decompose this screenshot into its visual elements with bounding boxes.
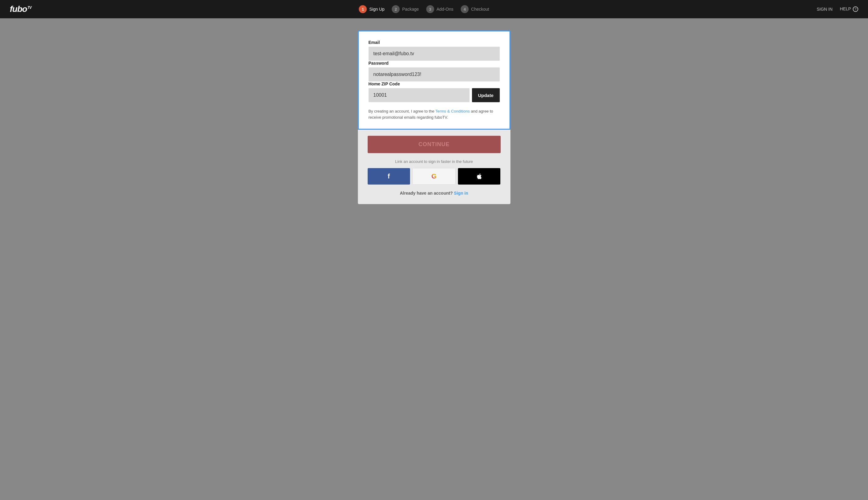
password-input[interactable] bbox=[368, 67, 500, 81]
zip-row: Update bbox=[368, 88, 500, 102]
continue-button[interactable]: CONTINUE bbox=[368, 136, 501, 153]
step-checkout: 4 Checkout bbox=[461, 5, 489, 13]
main-content: Email Password Home ZIP Code Update By c… bbox=[0, 18, 868, 500]
apple-icon bbox=[476, 173, 483, 180]
sign-in-link-header[interactable]: SIGN IN bbox=[817, 7, 833, 12]
step-2-label: Package bbox=[402, 7, 419, 12]
bottom-section: CONTINUE Link an account to sign in fast… bbox=[358, 130, 511, 204]
step-3-number: 3 bbox=[426, 5, 434, 13]
step-1-number: 1 bbox=[359, 5, 367, 13]
step-addons: 3 Add-Ons bbox=[426, 5, 453, 13]
facebook-login-button[interactable]: f bbox=[368, 168, 410, 184]
logo: fuboTV bbox=[10, 4, 32, 14]
social-divider-text: Link an account to sign in faster in the… bbox=[368, 159, 501, 164]
password-label: Password bbox=[368, 61, 500, 66]
sign-in-link-form[interactable]: Sign in bbox=[454, 191, 468, 195]
help-link[interactable]: HELP ? bbox=[840, 7, 858, 12]
step-4-number: 4 bbox=[461, 5, 469, 13]
stepper: 1 Sign Up 2 Package 3 Add-Ons 4 Checkout bbox=[359, 5, 489, 13]
help-icon: ? bbox=[853, 7, 858, 12]
email-field-group: Email bbox=[368, 40, 500, 61]
step-package: 2 Package bbox=[392, 5, 419, 13]
email-label: Email bbox=[368, 40, 500, 45]
terms-link[interactable]: Terms & Conditions bbox=[435, 109, 470, 113]
already-account-text: Already have an account? Sign in bbox=[368, 191, 501, 195]
update-button[interactable]: Update bbox=[472, 88, 500, 102]
social-buttons: f G bbox=[368, 168, 501, 184]
logo-text: fuboTV bbox=[10, 4, 32, 14]
email-input[interactable] bbox=[368, 47, 500, 61]
apple-login-button[interactable] bbox=[458, 168, 500, 184]
zip-field-group: Home ZIP Code Update bbox=[368, 81, 500, 102]
step-signup: 1 Sign Up bbox=[359, 5, 385, 13]
header-right: SIGN IN HELP ? bbox=[817, 7, 858, 12]
terms-text: By creating an account, I agree to the T… bbox=[368, 108, 500, 120]
already-account-label: Already have an account? bbox=[400, 191, 453, 195]
card-wrapper: Email Password Home ZIP Code Update By c… bbox=[358, 31, 511, 204]
help-label: HELP bbox=[840, 7, 851, 11]
step-2-number: 2 bbox=[392, 5, 400, 13]
zip-input[interactable] bbox=[368, 88, 470, 102]
step-1-label: Sign Up bbox=[369, 7, 385, 12]
step-4-label: Checkout bbox=[471, 7, 489, 12]
header: fuboTV 1 Sign Up 2 Package 3 Add-Ons 4 C… bbox=[0, 0, 868, 18]
step-3-label: Add-Ons bbox=[437, 7, 453, 12]
google-icon: G bbox=[431, 172, 437, 180]
form-card: Email Password Home ZIP Code Update By c… bbox=[358, 31, 511, 130]
google-login-button[interactable]: G bbox=[412, 168, 456, 184]
terms-before: By creating an account, I agree to the bbox=[368, 109, 435, 113]
facebook-icon: f bbox=[388, 172, 390, 180]
password-field-group: Password bbox=[368, 61, 500, 81]
zip-label: Home ZIP Code bbox=[368, 81, 500, 86]
